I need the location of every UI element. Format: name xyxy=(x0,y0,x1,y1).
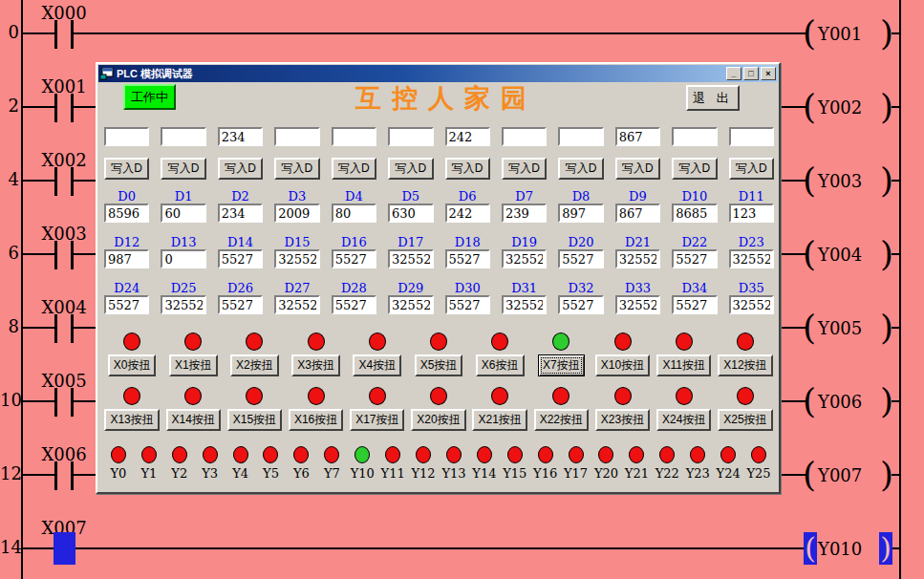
register-value-D30[interactable] xyxy=(445,295,490,314)
value-input-9[interactable] xyxy=(615,127,660,146)
register-value-D6[interactable] xyxy=(445,204,490,223)
register-value-D23[interactable] xyxy=(729,249,774,268)
register-value-D14[interactable] xyxy=(218,249,263,268)
button-x20[interactable]: X20按扭 xyxy=(411,409,465,431)
value-input-3[interactable] xyxy=(274,127,319,146)
write-d-button-9[interactable]: 写入D xyxy=(615,158,660,180)
contact-bar xyxy=(54,314,57,343)
write-d-button-4[interactable]: 写入D xyxy=(332,158,376,180)
register-value-D9[interactable] xyxy=(615,204,660,223)
value-input-10[interactable] xyxy=(672,127,717,146)
value-input-11[interactable] xyxy=(729,127,774,146)
register-value-D26[interactable] xyxy=(218,295,263,314)
button-x13[interactable]: X13按扭 xyxy=(104,409,159,431)
edit-cursor[interactable] xyxy=(54,532,75,565)
register-label-D22: D22 xyxy=(672,235,717,249)
minimize-button[interactable]: _ xyxy=(726,67,741,80)
register-value-D19[interactable] xyxy=(502,249,547,268)
register-value-D15[interactable] xyxy=(274,249,319,268)
write-d-button-6[interactable]: 写入D xyxy=(445,158,490,180)
label-y7: Y7 xyxy=(324,466,340,481)
register-value-D0[interactable] xyxy=(104,204,149,223)
titlebar[interactable]: PLC 模拟调试器 _ □ × xyxy=(98,65,778,82)
write-d-button-2[interactable]: 写入D xyxy=(218,158,263,180)
button-x12[interactable]: X12按扭 xyxy=(718,354,772,376)
register-value-D12[interactable] xyxy=(104,249,149,268)
register-value-D21[interactable] xyxy=(615,249,660,268)
register-value-D27[interactable] xyxy=(274,295,319,314)
button-x4[interactable]: X4按扭 xyxy=(353,354,401,376)
button-x25[interactable]: X25按扭 xyxy=(718,409,772,431)
value-input-5[interactable] xyxy=(388,127,433,146)
register-value-D8[interactable] xyxy=(558,204,603,223)
button-x5[interactable]: X5按扭 xyxy=(415,354,463,376)
button-x17[interactable]: X17按扭 xyxy=(350,409,404,431)
write-d-button-7[interactable]: 写入D xyxy=(502,158,547,180)
button-x7[interactable]: X7按扭 xyxy=(538,354,585,376)
rung-number: 14 xyxy=(0,537,19,557)
button-x21[interactable]: X21按扭 xyxy=(472,409,526,431)
value-input-6[interactable] xyxy=(445,127,490,146)
value-input-4[interactable] xyxy=(332,127,376,146)
contact-bar xyxy=(71,241,74,269)
write-d-button-11[interactable]: 写入D xyxy=(729,158,774,180)
y-cell-y14: Y14 xyxy=(472,446,496,481)
register-value-D5[interactable] xyxy=(388,204,433,223)
register-label-D27: D27 xyxy=(274,281,319,295)
button-x1[interactable]: X1按扭 xyxy=(169,354,218,376)
register-value-D3[interactable] xyxy=(274,204,319,223)
value-input-1[interactable] xyxy=(161,127,205,146)
button-x11[interactable]: X11按扭 xyxy=(656,354,710,376)
write-d-button-1[interactable]: 写入D xyxy=(161,158,205,180)
button-x6[interactable]: X6按扭 xyxy=(476,354,525,376)
register-value-D2[interactable] xyxy=(218,204,263,223)
value-input-2[interactable] xyxy=(218,127,263,146)
register-value-D35[interactable] xyxy=(729,295,774,314)
register-value-D10[interactable] xyxy=(672,204,717,223)
register-value-D31[interactable] xyxy=(502,295,547,314)
maximize-button[interactable]: □ xyxy=(743,67,759,80)
rung-wire xyxy=(22,32,55,34)
register-value-D16[interactable] xyxy=(332,249,376,268)
button-x22[interactable]: X22按扭 xyxy=(534,409,589,431)
write-d-button-8[interactable]: 写入D xyxy=(558,158,603,180)
y-cell-y24: Y24 xyxy=(717,446,741,481)
button-x2[interactable]: X2按扭 xyxy=(230,354,279,376)
register-value-D29[interactable] xyxy=(388,295,433,314)
register-value-D22[interactable] xyxy=(672,249,717,268)
button-x10[interactable]: X10按扭 xyxy=(595,354,650,376)
register-value-D25[interactable] xyxy=(161,295,205,314)
button-x3[interactable]: X3按扭 xyxy=(291,354,340,376)
register-value-D24[interactable] xyxy=(104,295,149,314)
button-x14[interactable]: X14按扭 xyxy=(166,409,221,431)
value-input-8[interactable] xyxy=(558,127,603,146)
value-input-0[interactable] xyxy=(104,127,149,146)
register-value-D18[interactable] xyxy=(445,249,490,268)
register-value-D33[interactable] xyxy=(615,295,660,314)
button-x15[interactable]: X15按扭 xyxy=(227,409,282,431)
exit-button[interactable]: 退 出 xyxy=(686,85,740,111)
close-button[interactable]: × xyxy=(761,67,776,80)
register-value-D32[interactable] xyxy=(558,295,603,314)
lamp-x11 xyxy=(676,332,693,351)
button-x0[interactable]: X0按扭 xyxy=(108,354,157,376)
register-value-D7[interactable] xyxy=(502,204,547,223)
write-d-button-0[interactable]: 写入D xyxy=(104,158,149,180)
button-x23[interactable]: X23按扭 xyxy=(595,409,650,431)
button-x16[interactable]: X16按扭 xyxy=(289,409,343,431)
working-status-button[interactable]: 工作中 xyxy=(123,84,176,110)
register-value-D4[interactable] xyxy=(332,204,376,223)
rung-number: 4 xyxy=(0,169,19,189)
write-d-button-5[interactable]: 写入D xyxy=(388,158,433,180)
write-d-button-3[interactable]: 写入D xyxy=(274,158,319,180)
register-value-D17[interactable] xyxy=(388,249,433,268)
write-d-button-10[interactable]: 写入D xyxy=(672,158,717,180)
value-input-7[interactable] xyxy=(502,127,547,146)
register-value-D1[interactable] xyxy=(161,204,205,223)
register-value-D20[interactable] xyxy=(558,249,603,268)
register-value-D28[interactable] xyxy=(332,295,376,314)
button-x24[interactable]: X24按扭 xyxy=(656,409,711,431)
register-value-D11[interactable] xyxy=(729,204,774,223)
register-value-D13[interactable] xyxy=(161,249,205,268)
register-value-D34[interactable] xyxy=(672,295,717,314)
